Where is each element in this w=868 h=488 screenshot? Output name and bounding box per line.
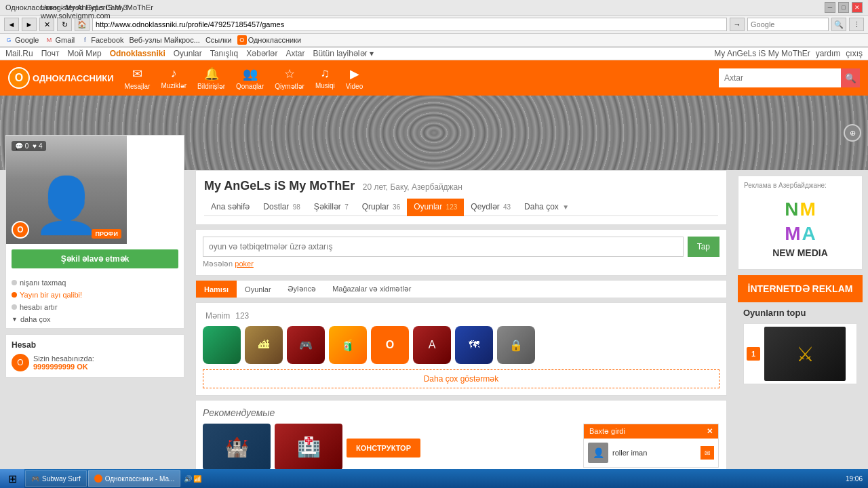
bookmark-facebook[interactable]: f Facebook	[80, 35, 123, 45]
tab-qruplar[interactable]: Qruplar 36	[355, 199, 407, 216]
nm-n: N	[785, 199, 798, 220]
game-icon-4[interactable]: 🧃	[329, 326, 367, 364]
profile-location: 20 лет, Баку, Азербайджан	[363, 182, 462, 192]
game-img-4: 🧃	[329, 326, 367, 364]
hesab-row: О Sizin hesabınızda: 9999999999 OK	[12, 354, 178, 371]
nav-post[interactable]: Почт	[41, 49, 60, 58]
filter-eylence[interactable]: Əyləncə	[279, 281, 325, 298]
nav-oyunlar[interactable]: Oyunlar	[174, 49, 202, 58]
filter-hamisı[interactable]: Hamısı	[196, 281, 237, 298]
nav-mailru[interactable]: Mail.Ru	[5, 49, 33, 58]
ad-title: Реклама в Азербайджане:	[744, 182, 856, 189]
nav-qiymətlər[interactable]: ☆ Qiymətlər	[275, 66, 304, 90]
ok-search-input[interactable]	[719, 68, 841, 87]
rec-game-2[interactable]: 🏥	[275, 424, 342, 472]
games-search-button[interactable]: Tap	[688, 237, 719, 257]
game-icon-3[interactable]: 🎮	[287, 326, 325, 364]
home-btn[interactable]: 🏠	[75, 18, 90, 31]
exit-link[interactable]: çıxış	[846, 49, 863, 58]
new-media-logo: N M M А NEW MEDIA	[744, 193, 856, 264]
help-link[interactable]: yardım	[816, 49, 841, 58]
qiymətlər-icon: ☆	[284, 66, 295, 81]
nav-qonaqlar[interactable]: 👥 Qonaqlar	[236, 66, 264, 90]
game-icon-7[interactable]: 🗺	[455, 326, 493, 364]
nav-moimir[interactable]: Мой Мир	[67, 49, 101, 58]
nav-more[interactable]: Bütün layihələr ▾	[313, 49, 373, 58]
nav-musiqi-label: Musiqi	[315, 82, 335, 89]
nav-muzikler-label: Muziklər	[161, 82, 186, 89]
messages-icon: ✉	[132, 66, 142, 81]
taskbar-app-ok[interactable]: Одноклассники - Ма...	[88, 470, 181, 487]
game-icon-5[interactable]: О	[371, 326, 409, 364]
game-icon-8[interactable]: 🔒	[497, 326, 535, 364]
back-btn[interactable]: ◄	[4, 18, 19, 31]
tab-ana-sehife[interactable]: Ana səhifə	[204, 199, 256, 216]
restore-btn[interactable]: □	[838, 2, 849, 13]
dot-orange-icon	[12, 292, 17, 298]
games-search-row: Tap	[203, 237, 719, 257]
tab-qeydler[interactable]: Qeydlər 43	[464, 199, 517, 216]
sidebar-menu: nişanı taxmaq Yayın bir ayı qalibi! hesa…	[6, 274, 184, 328]
ok-search-button[interactable]: 🔍	[841, 68, 860, 87]
top-game-rank-1: 1	[747, 347, 760, 361]
my-games-title: Mənim 123	[203, 310, 719, 321]
bookmark-links[interactable]: Ссылки	[205, 36, 232, 44]
chat-close-button[interactable]: ✕	[707, 427, 713, 436]
sidebar-item-more[interactable]: ▼ daha çox	[12, 313, 178, 325]
game-icon-2[interactable]: 🏙	[245, 326, 283, 364]
nav-bildirimlər[interactable]: 🔔 Bildirişlər	[197, 66, 225, 90]
game-img-8: 🔒	[497, 326, 535, 364]
minimize-btn[interactable]: ─	[825, 2, 835, 13]
arrow-icon: ▼	[12, 316, 18, 323]
ok-logo-icon: О	[8, 67, 30, 89]
chat-user-row: 👤 roller iman ✉	[584, 439, 718, 467]
nav-tanisliq[interactable]: Tanışlıq	[210, 49, 238, 58]
browser-chrome: Одноклассники - My AnGeLs iS My MoThEr ─…	[0, 0, 868, 47]
show-more-button[interactable]: Daha çox göstərmək	[203, 369, 719, 388]
nav-musiqi[interactable]: ♫ Musiqi	[315, 66, 335, 89]
example-link[interactable]: poker	[235, 260, 254, 268]
bookmark-ok[interactable]: О Одноклассники	[237, 35, 302, 45]
address-bar[interactable]	[92, 18, 727, 31]
ok-search-bar: 🔍	[719, 68, 860, 87]
game-icon-1[interactable]	[203, 326, 241, 364]
filter-oyunlar[interactable]: Oyunlar	[237, 281, 279, 298]
tab-dostlar[interactable]: Dostlar 98	[256, 199, 307, 216]
sidebar-item-nisan[interactable]: nişanı taxmaq	[12, 277, 178, 289]
internet-ad: İNTERNETDƏ REKLAM	[738, 275, 863, 302]
rec-game-1[interactable]: 🏰	[203, 424, 271, 472]
top-game-item-1[interactable]: 1 ⚔	[743, 323, 857, 384]
nav-ok[interactable]: Odnoklassniki	[110, 49, 165, 58]
forward-btn[interactable]: ►	[22, 18, 37, 31]
nav-video[interactable]: ▶ Video	[346, 66, 363, 90]
browser-search[interactable]	[747, 18, 829, 31]
tab-oyunlar[interactable]: Oyunlar 123	[407, 199, 464, 216]
nav-xeberler[interactable]: Xəbərlər	[246, 49, 277, 58]
tab-sekiller[interactable]: Şəkillər 7	[307, 199, 355, 216]
refresh-btn[interactable]: ↻	[57, 18, 72, 31]
game-icon-6[interactable]: А	[413, 326, 451, 364]
ok-logo[interactable]: О ОДНОКЛАССНИКИ	[8, 67, 114, 89]
bookmark-mail[interactable]: Веб-узлы Майкрос...	[130, 36, 200, 44]
konstruktor-button[interactable]: КОНСТРУКТОР	[347, 439, 420, 458]
go-btn[interactable]: →	[730, 18, 745, 31]
stop-btn[interactable]: ✕	[39, 18, 54, 31]
filter-magazalar[interactable]: Mağazalar və xidmətlər	[324, 281, 419, 298]
nav-muzikler[interactable]: ♪ Muziklər	[161, 66, 186, 89]
bookmark-google[interactable]: G Google	[4, 35, 39, 45]
settings-btn[interactable]: ⋮	[849, 18, 864, 31]
tab-daha-cox[interactable]: Daha çox ▼	[517, 199, 576, 216]
chat-message-button[interactable]: ✉	[701, 446, 714, 460]
nav-axtar[interactable]: Axtar	[285, 49, 304, 58]
nav-messages[interactable]: ✉ Mesajlar	[125, 66, 151, 90]
close-btn[interactable]: ✕	[852, 2, 863, 13]
games-search-input[interactable]	[203, 237, 684, 257]
sidebar-item-hesab[interactable]: hesabı artır	[12, 301, 178, 313]
games-filter: Hamısı Oyunlar Əyləncə Mağazalar və xidm…	[195, 280, 727, 298]
taskbar-app-subway[interactable]: 🎮 Subway Surf	[25, 470, 87, 487]
start-button[interactable]: ⊞	[0, 469, 24, 488]
search-submit-btn[interactable]: 🔍	[831, 18, 846, 31]
bookmark-gmail[interactable]: M Gmail	[44, 35, 75, 45]
sidebar-item-yayin[interactable]: Yayın bir ayı qalibi!	[12, 289, 178, 301]
add-photo-button[interactable]: Şəkil əlavə etmək	[12, 249, 178, 268]
